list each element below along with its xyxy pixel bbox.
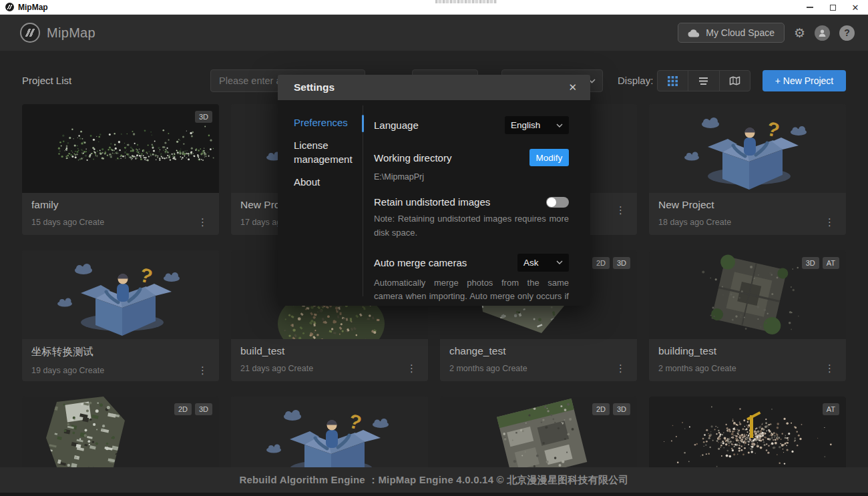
svg-text:?: ? (765, 117, 782, 142)
project-card-info: 坐标转换测试 19 days ago Create ⋮ (22, 339, 219, 375)
app-window: MipMap ✕ MipMap My Cloud Space ⚙ ? Proje… (0, 0, 868, 496)
project-name: 坐标转换测试 (31, 345, 210, 359)
working-directory-path: E:\MipmapPrj (374, 172, 569, 182)
page-title: Project List (22, 69, 71, 92)
auto-merge-row: Auto merge cameras Ask (374, 254, 569, 272)
badge-2d: 2D (592, 403, 610, 415)
kebab-menu-icon[interactable]: ⋮ (196, 217, 210, 227)
kebab-menu-icon[interactable]: ⋮ (405, 363, 419, 373)
retain-images-note: Note: Retaining undistorted images requi… (374, 212, 569, 240)
badge-group: AT (823, 403, 839, 415)
project-meta: 15 days ago Create ⋮ (31, 217, 210, 227)
settings-dialog-titlebar: Settings ✕ (278, 75, 590, 100)
project-card-info: build_test 21 days ago Create ⋮ (231, 339, 428, 373)
svg-text:?: ? (347, 410, 364, 434)
badge-3d: 3D (613, 257, 630, 269)
cloud-icon (688, 29, 700, 37)
project-time: 19 days ago Create (31, 366, 104, 375)
project-name: family (31, 199, 210, 211)
project-card-info: family 15 days ago Create ⋮ (22, 193, 219, 227)
kebab-menu-icon[interactable]: ⋮ (196, 365, 210, 375)
titlebar-artifact (435, 0, 497, 3)
minimize-button[interactable] (799, 0, 821, 15)
toggle-knob (547, 198, 556, 207)
header-actions: My Cloud Space ⚙ ? (678, 23, 855, 43)
kebab-menu-icon[interactable]: ⋮ (614, 205, 628, 215)
badge-at: AT (823, 257, 839, 269)
settings-nav-divider (363, 105, 363, 296)
auto-merge-select[interactable]: Ask (517, 254, 569, 272)
settings-nav-about[interactable]: About (294, 176, 361, 189)
project-time: 21 days ago Create (240, 364, 313, 373)
project-meta: 19 days ago Create ⋮ (31, 365, 210, 375)
maximize-button[interactable] (821, 0, 844, 15)
bottom-strip (0, 493, 868, 496)
grid-view-icon (668, 76, 678, 86)
settings-dialog-title: Settings (294, 81, 335, 93)
display-mode-switcher (657, 70, 750, 91)
display-map-button[interactable] (719, 71, 750, 91)
project-card[interactable]: 3DAT building_test 2 months ago Create ⋮ (649, 250, 846, 381)
kebab-menu-icon[interactable]: ⋮ (823, 217, 837, 227)
project-meta: 2 months ago Create ⋮ (449, 363, 628, 373)
language-label: Language (374, 119, 419, 131)
user-avatar-icon[interactable] (815, 25, 830, 41)
project-thumbnail: 3D (22, 104, 219, 193)
working-directory-row: Working directory Modify (374, 149, 569, 166)
settings-nav-license-management[interactable]: License management (294, 139, 361, 166)
settings-content: Language English Working directory Modif… (374, 108, 569, 306)
my-cloud-space-button[interactable]: My Cloud Space (678, 23, 785, 43)
badge-3d: 3D (195, 403, 212, 415)
badge-2d: 2D (174, 403, 192, 415)
settings-close-icon[interactable]: ✕ (566, 80, 580, 95)
help-icon[interactable]: ? (839, 25, 855, 41)
language-value: English (511, 120, 540, 130)
project-time: 2 months ago Create (449, 364, 527, 373)
auto-merge-value: Ask (523, 258, 539, 268)
app-header: MipMap My Cloud Space ⚙ ? (0, 15, 868, 51)
auto-merge-label: Auto merge cameras (374, 257, 467, 268)
project-card[interactable]: ? New Project 18 days ago Create ⋮ (649, 104, 846, 235)
kebab-menu-icon[interactable]: ⋮ (614, 363, 628, 373)
footer-engine-info: Rebuild Algorithm Engine ：MipMap Engine … (239, 474, 628, 487)
project-meta: 18 days ago Create ⋮ (658, 217, 837, 227)
project-time: 15 days ago Create (31, 218, 104, 227)
minimize-icon (807, 7, 813, 8)
settings-nav-preferences[interactable]: Preferences (294, 116, 361, 130)
badge-group: 3D (195, 111, 212, 123)
brand-logo-icon (20, 23, 40, 43)
footer: Rebuild Algorithm Engine ：MipMap Engine … (0, 467, 868, 493)
window-controls: ✕ (799, 0, 867, 15)
retain-images-row: Retain undistorted images (374, 196, 569, 208)
new-project-button[interactable]: + New Project (763, 70, 846, 91)
maximize-icon (830, 5, 836, 11)
project-card-info: change_test 2 months ago Create ⋮ (440, 339, 637, 373)
chevron-down-icon (556, 260, 563, 264)
language-row: Language English (374, 116, 569, 134)
project-card-info: building_test 2 months ago Create ⋮ (649, 339, 846, 373)
settings-dialog-body: Preferences License management About Lan… (278, 100, 590, 306)
badge-3d: 3D (195, 111, 212, 123)
project-meta: 21 days ago Create ⋮ (240, 363, 419, 373)
project-meta: 2 months ago Create ⋮ (658, 363, 837, 373)
badge-group: 2D3D (592, 403, 630, 415)
project-card[interactable]: ? 坐标转换测试 19 days ago Create ⋮ (22, 250, 219, 381)
project-name: build_test (240, 345, 419, 357)
project-thumbnail: ? (22, 250, 219, 339)
modify-directory-button[interactable]: Modify (529, 149, 569, 166)
retain-images-toggle[interactable] (546, 197, 569, 208)
settings-nav: Preferences License management About (294, 116, 361, 198)
settings-gear-icon[interactable]: ⚙ (794, 27, 805, 39)
kebab-menu-icon[interactable]: ⋮ (823, 363, 837, 373)
project-thumbnail: ? (649, 104, 846, 193)
badge-group: 2D3D (174, 403, 212, 415)
brand-name: MipMap (47, 25, 95, 41)
display-grid-button[interactable] (658, 71, 688, 91)
language-select[interactable]: English (505, 116, 569, 134)
close-button[interactable]: ✕ (844, 0, 867, 15)
display-list-button[interactable] (688, 71, 718, 91)
chevron-down-icon (556, 123, 563, 128)
project-card[interactable]: 3D family 15 days ago Create ⋮ (22, 104, 219, 235)
project-thumbnail: 3DAT (649, 250, 846, 339)
my-cloud-space-label: My Cloud Space (706, 27, 775, 38)
